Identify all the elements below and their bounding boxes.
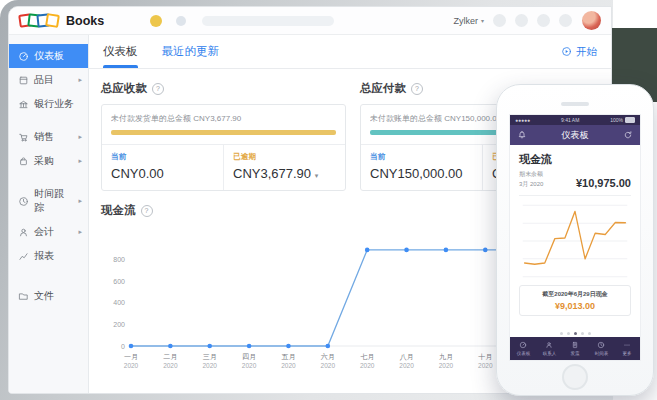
chevron-right-icon: ▸ <box>78 197 82 205</box>
closing-balance-value: ¥10,975.00 <box>576 177 631 189</box>
x-tick-year: 2020 <box>242 362 257 369</box>
phone-home-button[interactable] <box>562 364 588 390</box>
cash-as-of-value: ¥9,013.00 <box>522 301 628 311</box>
overdue-label: 已逾期 <box>233 152 336 162</box>
bell-icon-button[interactable] <box>517 130 527 140</box>
x-tick-month: 四月 <box>242 353 256 361</box>
sidebar-item-items[interactable]: 品目▸ <box>9 68 88 92</box>
invoices-icon <box>571 341 579 349</box>
receivables-current-value: CNY0.00 <box>111 166 214 181</box>
get-started-label: 开始 <box>576 45 597 59</box>
sidebar-item-purchases[interactable]: 采购▸ <box>9 149 88 173</box>
pager-dot <box>560 332 563 335</box>
sidebar-item-label: 仪表板 <box>34 49 64 63</box>
x-tick-year: 2020 <box>478 362 493 369</box>
sales-icon <box>18 132 29 143</box>
payables-current-cell: 当前 CNY150,000.00 <box>361 145 482 190</box>
topbar-icon-4[interactable] <box>559 14 572 27</box>
pager-dot <box>574 332 577 335</box>
phone-nav-invoices[interactable]: 发票 <box>562 337 588 360</box>
get-started-button[interactable]: 开始 <box>561 45 597 59</box>
carrier-signal: ●●●●● <box>515 117 530 123</box>
tab-recent-updates[interactable]: 最近的更新 <box>162 35 220 68</box>
battery-icon <box>625 117 635 123</box>
items-icon <box>18 75 29 86</box>
org-switcher[interactable]: Zylker ▾ <box>453 16 484 26</box>
accountant-icon <box>18 227 29 238</box>
more-icon <box>623 341 631 349</box>
receivables-overdue-cell[interactable]: 已逾期 CNY3,677.90 ▾ <box>223 145 345 190</box>
topbar-dot <box>176 16 186 26</box>
refresh-icon <box>623 130 633 140</box>
x-tick-year: 2020 <box>399 362 414 369</box>
sidebar-item-label: 文件 <box>34 289 54 303</box>
phone-nav-label: 更多 <box>623 350 632 355</box>
current-label: 当前 <box>370 152 473 162</box>
phone-status-bar: ●●●●● 9:41 AM 100% <box>510 115 640 125</box>
phone-screen: ●●●●● 9:41 AM 100% 仪表板 现金流 期末余额 3月 2020 <box>509 114 641 361</box>
refresh-icon-button[interactable] <box>623 130 633 140</box>
chevron-right-icon: ▸ <box>78 76 82 84</box>
closing-balance-period: 3月 2020 <box>519 180 543 190</box>
screenshot-stage: Books Zylker ▾ 仪表板品目▸银行业务销售▸采购▸时间跟踪▸会计▸报… <box>0 0 657 400</box>
sidebar-item-accounting[interactable]: 会计▸ <box>9 220 88 244</box>
chevron-down-icon: ▾ <box>481 17 484 24</box>
search-bar[interactable] <box>202 16 334 26</box>
pager-dot <box>581 332 584 335</box>
sidebar-item-time-tracking[interactable]: 时间跟踪▸ <box>9 182 88 220</box>
help-icon[interactable]: ? <box>411 83 423 95</box>
x-tick-month: 八月 <box>400 353 414 361</box>
x-tick-month: 五月 <box>281 353 295 361</box>
phone-nav-contacts[interactable]: 联系人 <box>536 337 562 360</box>
phone-cashflow-title: 现金流 <box>519 152 631 167</box>
sidebar-item-label: 时间跟踪 <box>34 187 73 215</box>
phone-mockup: ●●●●● 9:41 AM 100% 仪表板 现金流 期末余额 3月 2020 <box>496 84 654 396</box>
phone-nav-label: 联系人 <box>542 350 556 355</box>
user-avatar[interactable] <box>582 11 601 30</box>
sidebar-item-banking[interactable]: 银行业务 <box>9 92 88 116</box>
sidebar-item-documents[interactable]: 文件 <box>9 284 88 308</box>
x-tick-year: 2020 <box>202 362 217 369</box>
help-icon[interactable]: ? <box>152 83 164 95</box>
sidebar-item-label: 银行业务 <box>34 97 74 111</box>
phone-speaker <box>561 102 589 106</box>
x-tick-month: 十月 <box>478 353 492 361</box>
help-icon[interactable]: ? <box>141 205 153 217</box>
sidebar-item-dashboard[interactable]: 仪表板 <box>9 44 88 68</box>
sidebar-item-sales[interactable]: 销售▸ <box>9 125 88 149</box>
phone-nav-title: 仪表板 <box>527 129 623 142</box>
payables-title: 总应付款 <box>360 81 406 96</box>
bell-icon <box>517 130 527 140</box>
bank-icon <box>18 99 29 110</box>
topbar-icon-1[interactable] <box>493 14 506 27</box>
dashboard-icon <box>18 51 29 62</box>
battery-percent: 100% <box>610 117 623 123</box>
tab-dashboard[interactable]: 仪表板 <box>103 35 138 68</box>
tab-bar: 仪表板 最近的更新 开始 <box>89 35 611 69</box>
topbar-icon-2[interactable] <box>515 14 528 27</box>
receivables-current-cell: 当前 CNY0.00 <box>102 145 223 190</box>
chevron-right-icon: ▸ <box>78 228 82 236</box>
x-tick-month: 三月 <box>203 353 217 361</box>
sidebar-item-reports[interactable]: 报表 <box>9 244 88 268</box>
receivables-card: 未付款发货单的总金额 CNY3,677.90 当前 CNY0.00 <box>101 104 346 191</box>
org-name: Zylker <box>453 16 478 26</box>
phone-nav-dashboard[interactable]: 仪表板 <box>510 337 536 360</box>
sidebar-item-label: 会计 <box>34 225 54 239</box>
payables-summary-label: 未付款账单的总金额 <box>370 114 442 123</box>
pager-dot <box>588 332 591 335</box>
x-tick-year: 2020 <box>360 362 375 369</box>
y-tick-label: 0 <box>121 343 125 350</box>
y-tick-label: 200 <box>113 321 125 328</box>
chevron-down-icon[interactable]: ▾ <box>315 172 319 179</box>
play-circle-icon <box>561 46 572 57</box>
phone-nav-more[interactable]: 更多 <box>614 337 640 360</box>
y-tick-label: 600 <box>113 278 125 285</box>
topbar-icon-3[interactable] <box>537 14 550 27</box>
phone-nav-timesheets[interactable]: 时间表 <box>588 337 614 360</box>
brand-name: Books <box>66 14 104 28</box>
y-tick-label: 800 <box>113 256 125 263</box>
phone-cashflow-chart <box>519 199 631 283</box>
x-tick-year: 2020 <box>163 362 178 369</box>
phone-nav-label: 发票 <box>571 350 580 355</box>
